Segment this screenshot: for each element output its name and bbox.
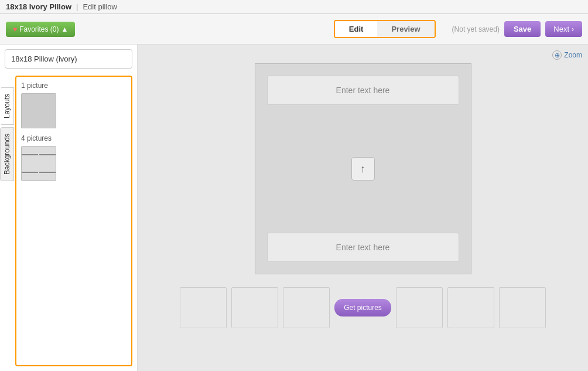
layouts-panel: 1 picture 4 pictures <box>15 76 132 366</box>
photo-thumb-5[interactable] <box>447 287 494 328</box>
quad-cell-3 <box>22 172 38 173</box>
product-title: 18x18 Ivory Pillow <box>6 2 71 11</box>
quad-cell-2 <box>39 154 56 155</box>
preview-tab[interactable]: Preview <box>377 21 434 37</box>
toolbar: ♥ Favorites (0) ▲ Edit Preview (Not yet … <box>0 14 588 45</box>
save-button[interactable]: Save <box>504 21 541 37</box>
layout-1-thumb[interactable] <box>21 93 56 128</box>
photo-thumb-2[interactable] <box>231 287 278 328</box>
pillow-name: 18x18 Pillow (ivory) <box>5 49 132 69</box>
side-tabs: Layouts Backgrounds <box>0 87 14 181</box>
favorites-chevron: ▲ <box>61 25 68 33</box>
panel-area: Layouts Backgrounds 1 picture 4 pictures <box>5 76 132 366</box>
edit-preview-tabs: Edit Preview <box>334 20 436 38</box>
photo-thumb-3[interactable] <box>283 287 330 328</box>
zoom-label: Zoom <box>564 51 582 59</box>
favorites-label: Favorites (0) <box>19 25 59 33</box>
not-saved-status: (Not yet saved) <box>452 25 500 33</box>
backgrounds-tab[interactable]: Backgrounds <box>0 127 14 181</box>
heart-icon: ♥ <box>13 25 17 33</box>
favorites-button[interactable]: ♥ Favorites (0) ▲ <box>6 22 75 37</box>
photo-thumb-1[interactable] <box>180 287 227 328</box>
photo-thumb-4[interactable] <box>396 287 443 328</box>
get-pictures-button[interactable]: Get pictures <box>334 299 391 316</box>
next-button[interactable]: Next › <box>545 21 582 37</box>
title-bar: 18x18 Ivory Pillow | Edit pillow <box>0 0 588 14</box>
layout-4-thumb[interactable] <box>21 146 56 181</box>
quad-cell-4 <box>39 172 56 173</box>
bottom-text-field[interactable]: Enter text here <box>267 233 459 262</box>
layouts-tab[interactable]: Layouts <box>0 87 14 125</box>
layout-4-label: 4 pictures <box>21 134 127 142</box>
zoom-plus-icon: ⊕ <box>552 50 562 60</box>
title-separator: | <box>76 2 78 11</box>
top-text-field[interactable]: Enter text here <box>267 76 459 105</box>
edit-pillow-label: Edit pillow <box>83 2 117 11</box>
canvas-area: ⊕ Zoom Enter text here ↑ Enter text here… <box>138 45 588 371</box>
sidebar: 18x18 Pillow (ivory) Layouts Backgrounds… <box>0 45 138 371</box>
quad-cell-1 <box>22 154 38 155</box>
pillow-canvas: Enter text here ↑ Enter text here <box>255 63 471 274</box>
upload-button[interactable]: ↑ <box>351 157 375 181</box>
photo-thumb-6[interactable] <box>499 287 546 328</box>
upload-arrow-icon: ↑ <box>360 163 365 175</box>
edit-tab[interactable]: Edit <box>335 21 378 37</box>
upload-icon-area: ↑ <box>351 105 375 233</box>
main-area: 18x18 Pillow (ivory) Layouts Backgrounds… <box>0 45 588 371</box>
bottom-strip: Get pictures <box>174 284 552 332</box>
layout-1-label: 1 picture <box>21 81 127 90</box>
zoom-control[interactable]: ⊕ Zoom <box>552 50 582 60</box>
